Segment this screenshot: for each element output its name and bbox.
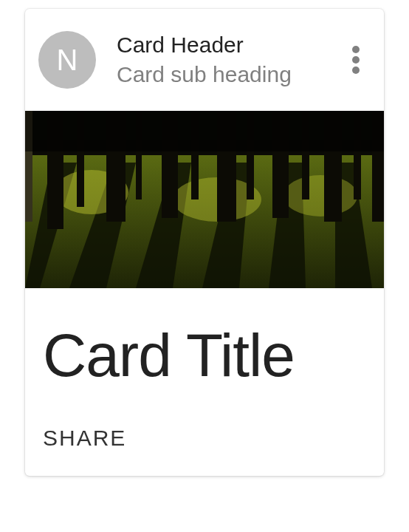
header-text: Card Header Card sub heading [96,32,341,89]
svg-point-1 [352,56,360,64]
svg-point-0 [352,46,360,53]
svg-point-2 [352,66,360,74]
svg-point-13 [283,175,357,216]
card-content: Card Title [25,288,384,396]
share-label: SHARE [43,426,126,450]
card-title: Card Title [43,324,366,387]
svg-rect-28 [25,111,384,151]
avatar-letter: N [57,44,78,77]
card-actions: SHARE [25,396,384,476]
card-header: N Card Header Card sub heading [25,9,384,111]
card-media-image [25,111,384,288]
card-header-title: Card Header [117,32,341,58]
more-vert-icon [351,44,360,76]
share-button[interactable]: SHARE [43,423,126,454]
avatar: N [38,31,96,89]
card-header-sub: Card sub heading [117,60,341,89]
card: N Card Header Card sub heading [25,9,384,476]
more-button[interactable] [341,38,371,82]
